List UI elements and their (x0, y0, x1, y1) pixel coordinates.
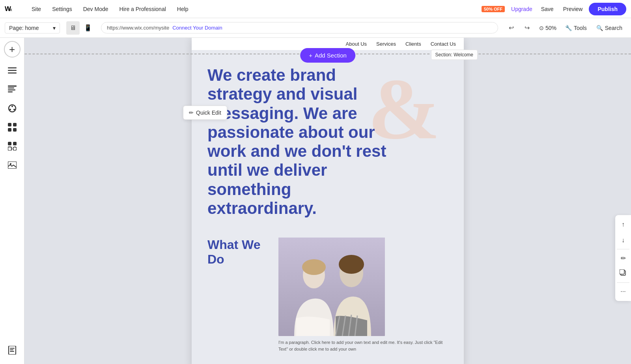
zoom-value: 50% (545, 25, 556, 31)
team-photo (278, 238, 385, 336)
sidebar-icon-widgets[interactable] (3, 137, 21, 155)
save-button[interactable]: Save (538, 6, 557, 12)
upgrade-button[interactable]: Upgrade (509, 6, 535, 12)
mobile-device-btn[interactable]: 📱 (81, 21, 95, 35)
zoom-icon: ⊙ (539, 25, 544, 31)
svg-rect-7 (8, 89, 15, 91)
nav-devmode[interactable]: Dev Mode (78, 0, 114, 18)
pencil-icon: ✏ (621, 254, 626, 262)
add-section-button[interactable]: + Add Section (300, 48, 355, 63)
nav-site[interactable]: Site (26, 0, 47, 18)
svg-point-11 (13, 109, 15, 110)
sidebar-icon-design[interactable] (3, 99, 21, 117)
what-we-do-title[interactable]: What WeDo (207, 238, 271, 267)
svg-rect-18 (13, 142, 17, 145)
svg-rect-17 (8, 142, 11, 145)
svg-text:ix: ix (9, 7, 12, 12)
preview-button[interactable]: Preview (560, 6, 586, 12)
svg-point-10 (11, 106, 13, 107)
nav-settings[interactable]: Settings (47, 0, 78, 18)
svg-rect-4 (8, 72, 17, 74)
duplicate-section-button[interactable] (615, 266, 631, 282)
svg-point-12 (9, 109, 11, 110)
website-preview: About Us Services Clients Contact Us & W… (192, 38, 464, 364)
edit-section-button[interactable]: ✏ (615, 250, 631, 266)
svg-rect-3 (8, 70, 17, 71)
plus-icon: + (309, 52, 312, 59)
undo-button[interactable]: ↩ (504, 21, 519, 35)
more-icon: ··· (620, 288, 625, 295)
quick-edit-button[interactable]: ✏ Quick Edit (183, 106, 227, 120)
section-welcome-label: Section: Welcome (431, 50, 478, 60)
svg-rect-24 (10, 348, 15, 349)
svg-rect-6 (8, 87, 14, 89)
canvas-wrapper: About Us Services Clients Contact Us & W… (24, 38, 631, 364)
nav-help[interactable]: Help (172, 0, 194, 18)
search-icon: 🔍 (596, 25, 603, 31)
site-nav-contact[interactable]: Contact Us (431, 41, 456, 47)
top-navbar: W ix Site Settings Dev Mode Hire a Profe… (0, 0, 631, 18)
svg-rect-14 (13, 123, 17, 126)
sidebar-icon-text[interactable] (3, 80, 21, 98)
tools-icon: 🔧 (565, 25, 572, 31)
left-sidebar: + (0, 38, 24, 364)
panel-separator (617, 249, 629, 249)
url-text: https://www.wix.com/mysite (107, 25, 169, 31)
svg-rect-38 (620, 269, 624, 274)
sidebar-icon-media[interactable] (3, 156, 21, 174)
more-options-button[interactable]: ··· (615, 284, 631, 299)
svg-rect-19 (8, 147, 11, 150)
section-controls-panel: ↑ ↓ ✏ ··· (615, 215, 631, 301)
svg-rect-26 (10, 351, 14, 352)
url-bar[interactable]: https://www.wix.com/mysite Connect Your … (101, 22, 498, 33)
tools-label: Tools (574, 25, 587, 31)
add-element-button[interactable]: + (4, 41, 21, 58)
publish-button[interactable]: Publish (589, 3, 626, 15)
svg-rect-25 (10, 349, 13, 350)
chevron-down-icon: ▾ (53, 25, 56, 31)
add-section-label: Add Section (315, 52, 347, 59)
svg-rect-2 (8, 67, 17, 69)
discount-badge: 50% OFF (482, 6, 505, 12)
what-we-do-inner: What WeDo (207, 238, 448, 352)
edit-pencil-icon: ✏ (189, 110, 194, 116)
page-selector[interactable]: Page: home ▾ (5, 22, 60, 33)
nav-right-actions: 50% OFF Upgrade Save Preview Publish (482, 3, 626, 15)
toolbar-right: ↩ ↪ ⊙ 50% 🔧 Tools 🔍 Search (504, 21, 626, 35)
redo-button[interactable]: ↪ (520, 21, 534, 35)
wix-logo[interactable]: W ix (5, 5, 19, 13)
search-label: Search (605, 25, 622, 31)
site-nav-clients[interactable]: Clients (405, 41, 421, 47)
sidebar-icon-apps[interactable] (3, 118, 21, 136)
nav-hire[interactable]: Hire a Professional (114, 0, 172, 18)
paragraph-text[interactable]: I'm a paragraph. Click here to add your … (278, 339, 448, 352)
svg-rect-16 (13, 128, 17, 132)
site-nav-about[interactable]: About Us (346, 41, 367, 47)
desktop-device-btn[interactable]: 🖥 (66, 21, 80, 35)
move-down-button[interactable]: ↓ (615, 232, 631, 248)
arrow-down-icon: ↓ (622, 237, 625, 244)
svg-rect-13 (8, 123, 11, 126)
svg-point-32 (339, 255, 364, 274)
second-toolbar: Page: home ▾ 🖥 📱 https://www.wix.com/mys… (0, 18, 631, 38)
move-up-button[interactable]: ↑ (615, 217, 631, 232)
tools-button[interactable]: 🔧 Tools (561, 23, 591, 33)
hero-text[interactable]: We create brand strategy and visual mess… (207, 66, 397, 218)
svg-point-20 (13, 147, 17, 150)
sidebar-icon-menu[interactable] (3, 61, 21, 80)
search-button[interactable]: 🔍 Search (592, 23, 626, 33)
site-nav-services[interactable]: Services (376, 41, 396, 47)
svg-rect-8 (8, 91, 13, 93)
connect-domain-link[interactable]: Connect Your Domain (172, 25, 222, 31)
svg-rect-15 (8, 128, 11, 132)
duplicate-icon (620, 269, 627, 278)
svg-rect-5 (8, 85, 17, 87)
hero-section[interactable]: & We create brand strategy and visual me… (192, 50, 464, 230)
panel-separator-2 (617, 282, 629, 283)
what-we-do-section[interactable]: What WeDo (192, 230, 464, 364)
svg-point-31 (302, 259, 326, 275)
sidebar-icon-pages[interactable] (3, 341, 21, 359)
main-area: + About Us Se (0, 38, 631, 364)
device-buttons: 🖥 📱 (66, 21, 95, 35)
zoom-control[interactable]: ⊙ 50% (536, 23, 560, 33)
